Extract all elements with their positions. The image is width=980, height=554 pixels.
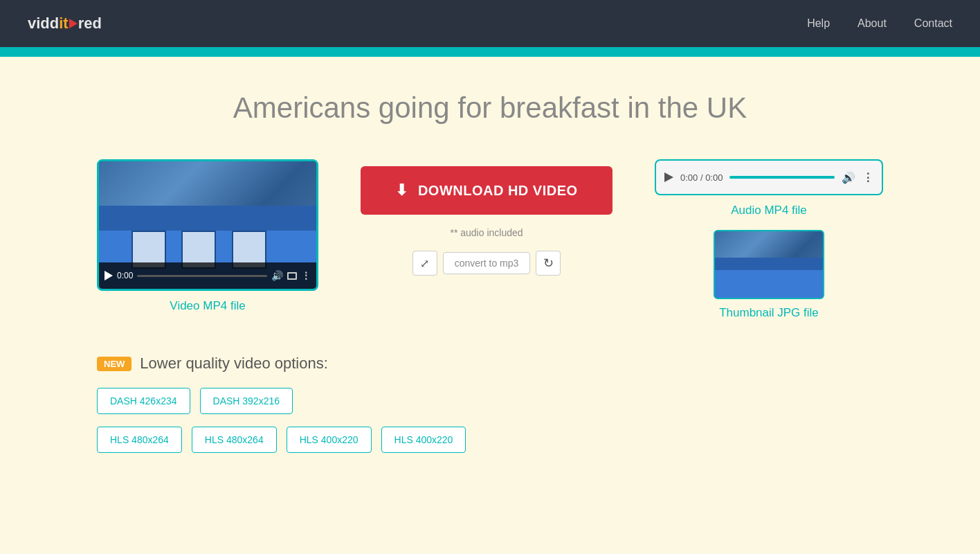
logo-text-it: it	[59, 15, 68, 33]
quality-btn-hls-480-2[interactable]: HLS 480x264	[192, 427, 277, 453]
audio-play-button[interactable]	[664, 172, 673, 182]
thumbnail-image[interactable]	[714, 230, 824, 299]
quality-btn-hls-400-2[interactable]: HLS 400x220	[381, 427, 466, 453]
main-nav: Help About Contact	[807, 17, 952, 30]
nav-contact[interactable]: Contact	[914, 17, 952, 30]
logo-text-red: red	[78, 15, 102, 33]
audio-progress-bar[interactable]	[729, 176, 835, 179]
audio-more-options-icon[interactable]: ⋮	[862, 171, 873, 184]
quality-buttons-row-2: HLS 480x264 HLS 480x264 HLS 400x220 HLS …	[97, 427, 883, 453]
quality-buttons-row-1: DASH 426x234 DASH 392x216	[97, 388, 883, 414]
video-controls-bar: 0:00 🔊 ⋮	[99, 262, 316, 289]
fullscreen-button[interactable]	[287, 272, 297, 280]
audio-section: 0:00 / 0:00 🔊 ⋮ Audio MP4 file Thumbnail…	[655, 159, 883, 320]
convert-to-mp3-button[interactable]: convert to mp3	[443, 252, 531, 274]
new-badge: NEW	[97, 357, 131, 371]
site-logo[interactable]: vidditred	[28, 15, 102, 33]
volume-icon[interactable]: 🔊	[271, 270, 283, 281]
quality-btn-hls-480-1[interactable]: HLS 480x264	[97, 427, 182, 453]
download-icon: ⬇	[395, 181, 408, 199]
logo-text-vidd: vidd	[28, 15, 59, 33]
audio-included-note: ** audio included	[450, 227, 523, 238]
quality-header: NEW Lower quality video options:	[97, 355, 883, 373]
convert-row: ⤢ convert to mp3 ↻	[412, 251, 561, 276]
audio-volume-icon[interactable]: 🔊	[842, 171, 855, 184]
nav-help[interactable]: Help	[807, 17, 830, 30]
quality-section: NEW Lower quality video options: DASH 42…	[97, 355, 883, 453]
thumbnail-store-facade	[715, 258, 823, 298]
teal-accent-bar	[0, 47, 980, 57]
site-header: vidditred Help About Contact	[0, 0, 980, 47]
media-row: 0:00 🔊 ⋮ Video MP4 file ⬇ DOWNLOAD HD VI…	[97, 159, 883, 320]
audio-label: Audio MP4 file	[731, 204, 807, 217]
video-play-button[interactable]	[105, 271, 113, 280]
video-progress-bar[interactable]	[137, 275, 267, 277]
video-time: 0:00	[117, 271, 133, 280]
video-player[interactable]: 0:00 🔊 ⋮	[97, 159, 318, 291]
quality-btn-dash-392[interactable]: DASH 392x216	[200, 388, 293, 414]
page-title: Americans going for breakfast in the UK	[97, 91, 883, 125]
refresh-button[interactable]: ↻	[536, 251, 561, 276]
nav-about[interactable]: About	[858, 17, 887, 30]
download-section: ⬇ DOWNLOAD HD VIDEO ** audio included ⤢ …	[361, 166, 612, 276]
quality-btn-dash-426[interactable]: DASH 426x234	[97, 388, 190, 414]
audio-time: 0:00 / 0:00	[680, 172, 723, 183]
video-label: Video MP4 file	[170, 299, 245, 313]
logo-arrow-icon	[69, 19, 78, 28]
share-button[interactable]: ⤢	[412, 251, 437, 276]
audio-player[interactable]: 0:00 / 0:00 🔊 ⋮	[655, 159, 883, 195]
download-button-label: DOWNLOAD HD VIDEO	[418, 183, 578, 199]
more-options-icon[interactable]: ⋮	[301, 270, 311, 281]
main-content: Americans going for breakfast in the UK …	[0, 57, 980, 507]
quality-btn-hls-400-1[interactable]: HLS 400x220	[287, 427, 372, 453]
quality-title: Lower quality video options:	[140, 355, 328, 373]
video-section: 0:00 🔊 ⋮ Video MP4 file	[97, 159, 318, 313]
thumbnail-label: Thumbnail JPG file	[719, 306, 819, 320]
download-hd-button[interactable]: ⬇ DOWNLOAD HD VIDEO	[361, 166, 612, 215]
